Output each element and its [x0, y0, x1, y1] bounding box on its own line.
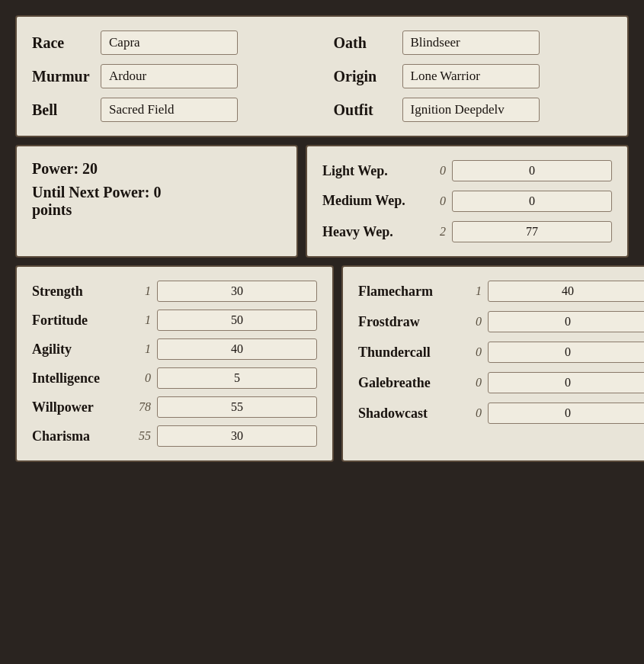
oath-label: Oath	[334, 34, 395, 52]
murmur-label: Murmur	[32, 68, 93, 85]
outfit-row: Outfit	[334, 98, 613, 122]
intelligence-row: Intelligence 0	[32, 367, 317, 389]
strength-label: Strength	[32, 284, 123, 300]
fortitude-label: Fortitude	[32, 313, 123, 329]
charisma-label: Charisma	[32, 428, 123, 444]
light-wep-label: Light Wep.	[322, 163, 421, 179]
top-panel: Race Oath Murmur Origin Bell Outfit	[15, 15, 629, 137]
bottom-row: Strength 1 Fortitude 1 Agility 1 Intelli…	[15, 265, 629, 462]
bell-label: Bell	[32, 101, 93, 119]
power-value: 20	[82, 160, 98, 177]
thundercall-label: Thundercall	[358, 345, 457, 361]
flamecharm-mod: 1	[463, 284, 482, 298]
willpower-mod: 78	[130, 400, 151, 414]
strength-input[interactable]	[157, 281, 317, 302]
agility-mod: 1	[130, 342, 151, 356]
bell-input[interactable]	[101, 98, 238, 122]
medium-wep-row: Medium Wep. 0	[322, 191, 612, 212]
power-line: Power: 20	[32, 160, 281, 178]
thundercall-row: Thundercall 0	[358, 342, 644, 363]
medium-wep-mod: 0	[428, 194, 446, 208]
heavy-wep-mod: 2	[428, 225, 446, 239]
weapons-panel: Light Wep. 0 Medium Wep. 0 Heavy Wep. 2	[306, 145, 629, 258]
thundercall-input[interactable]	[488, 342, 644, 363]
fortitude-row: Fortitude 1	[32, 310, 317, 331]
charisma-mod: 55	[130, 429, 151, 443]
medium-wep-input[interactable]	[452, 191, 612, 212]
intelligence-input[interactable]	[157, 367, 317, 389]
outfit-label: Outfit	[334, 101, 395, 119]
willpower-input[interactable]	[157, 396, 317, 418]
shadowcast-row: Shadowcast 0	[358, 403, 644, 424]
thundercall-mod: 0	[463, 345, 482, 359]
shadowcast-input[interactable]	[488, 403, 644, 424]
race-row: Race	[32, 30, 311, 55]
heavy-wep-row: Heavy Wep. 2	[322, 221, 612, 242]
origin-input[interactable]	[402, 64, 540, 88]
frostdraw-label: Frostdraw	[358, 314, 457, 330]
murmur-row: Murmur	[32, 64, 311, 88]
fortitude-input[interactable]	[157, 310, 317, 331]
frostdraw-input[interactable]	[488, 311, 644, 332]
race-input[interactable]	[101, 30, 238, 55]
origin-row: Origin	[334, 64, 613, 88]
galebreathe-input[interactable]	[488, 372, 644, 393]
power-label: Power:	[32, 160, 78, 177]
attributes-panel: Strength 1 Fortitude 1 Agility 1 Intelli…	[15, 265, 334, 462]
origin-label: Origin	[334, 68, 395, 85]
shadowcast-label: Shadowcast	[358, 406, 457, 422]
frostdraw-mod: 0	[463, 315, 482, 329]
points-label: points	[32, 201, 72, 218]
charisma-row: Charisma 55	[32, 425, 317, 447]
galebreathe-mod: 0	[463, 376, 482, 390]
agility-row: Agility 1	[32, 338, 317, 360]
light-wep-mod: 0	[428, 164, 446, 178]
murmur-input[interactable]	[101, 64, 238, 88]
heavy-wep-label: Heavy Wep.	[322, 224, 421, 240]
race-label: Race	[32, 34, 93, 52]
strength-row: Strength 1	[32, 281, 317, 302]
oath-input[interactable]	[402, 30, 540, 55]
light-wep-row: Light Wep. 0	[322, 160, 612, 181]
flamecharm-row: Flamecharm 1	[358, 281, 644, 302]
intelligence-mod: 0	[130, 371, 151, 385]
willpower-label: Willpower	[32, 399, 123, 415]
until-value: 0	[153, 184, 161, 200]
agility-input[interactable]	[157, 338, 317, 360]
shadowcast-mod: 0	[463, 406, 482, 420]
strength-mod: 1	[130, 284, 151, 298]
galebreathe-label: Galebreathe	[358, 375, 457, 391]
agility-label: Agility	[32, 342, 123, 358]
intelligence-label: Intelligence	[32, 370, 123, 387]
bell-row: Bell	[32, 98, 311, 122]
galebreathe-row: Galebreathe 0	[358, 372, 644, 393]
until-line: Until Next Power: 0points	[32, 184, 281, 219]
power-panel: Power: 20 Until Next Power: 0points	[15, 145, 298, 258]
light-wep-input[interactable]	[452, 160, 612, 181]
skills-panel: Flamecharm 1 Frostdraw 0 Thundercall 0 G…	[341, 265, 644, 462]
middle-row: Power: 20 Until Next Power: 0points Ligh…	[15, 145, 629, 258]
heavy-wep-input[interactable]	[452, 221, 612, 242]
fortitude-mod: 1	[130, 313, 151, 327]
until-label: Until Next Power:	[32, 184, 153, 200]
outfit-input[interactable]	[402, 98, 540, 122]
main-container: Race Oath Murmur Origin Bell Outfit P	[15, 15, 629, 462]
oath-row: Oath	[334, 30, 613, 55]
frostdraw-row: Frostdraw 0	[358, 311, 644, 332]
flamecharm-label: Flamecharm	[358, 284, 457, 300]
charisma-input[interactable]	[157, 425, 317, 447]
medium-wep-label: Medium Wep.	[322, 193, 421, 210]
flamecharm-input[interactable]	[488, 281, 644, 302]
willpower-row: Willpower 78	[32, 396, 317, 418]
